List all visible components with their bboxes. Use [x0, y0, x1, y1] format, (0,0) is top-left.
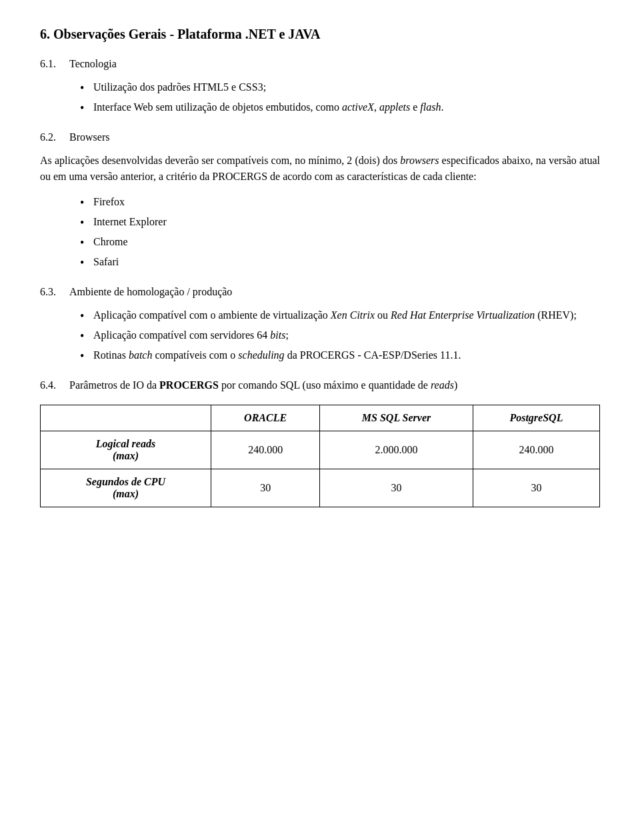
browser-firefox: Firefox	[93, 196, 125, 207]
row-logical-reads-mssql: 2.000.000	[320, 431, 473, 469]
list-item: Chrome	[80, 234, 600, 250]
row-cpu-oracle: 30	[211, 469, 320, 507]
page-content: 6. Observações Gerais - Plataforma .NET …	[40, 27, 600, 507]
section-6-2-number: 6.2.	[40, 131, 64, 143]
table-header-row: ORACLE MS SQL Server PostgreSQL	[41, 405, 600, 431]
section-6-4-title: Parâmetros de IO da PROCERGS por comando…	[69, 379, 457, 391]
list-item: Safari	[80, 254, 600, 270]
row-logical-reads-oracle: 240.000	[211, 431, 320, 469]
browser-safari: Safari	[93, 256, 119, 267]
section-6-3-title: Ambiente de homologação / produção	[69, 286, 232, 298]
list-item: Utilização dos padrões HTML5 e CSS3;	[80, 79, 600, 95]
list-item: Aplicação compatível com servidores 64 b…	[80, 327, 600, 343]
section-6-2: 6.2. Browsers As aplicações desenvolvida…	[40, 131, 600, 270]
io-table: ORACLE MS SQL Server PostgreSQL Logical …	[40, 405, 600, 507]
browsers-list: Firefox Internet Explorer Chrome Safari	[80, 194, 600, 270]
list-item-text: Aplicação compatível com o ambiente de v…	[93, 309, 577, 321]
section-6-2-title: Browsers	[69, 131, 109, 143]
section-6-2-paragraph: As aplicações desenvolvidas deverão ser …	[40, 153, 600, 185]
row-cpu-mssql: 30	[320, 469, 473, 507]
list-item-text: Rotinas batch compatíveis com o scheduli…	[93, 349, 461, 361]
browser-chrome: Chrome	[93, 236, 128, 247]
section-6-4: 6.4. Parâmetros de IO da PROCERGS por co…	[40, 379, 600, 507]
table-header-empty	[41, 405, 211, 431]
list-item: Firefox	[80, 194, 600, 210]
table-row: Logical reads(max) 240.000 2.000.000 240…	[41, 431, 600, 469]
section-6-1-title: Tecnologia	[69, 58, 117, 70]
browser-internet-explorer: Internet Explorer	[93, 216, 167, 227]
list-item: Rotinas batch compatíveis com o scheduli…	[80, 347, 600, 363]
table-row: Segundos de CPU(max) 30 30 30	[41, 469, 600, 507]
row-logical-reads-label: Logical reads(max)	[41, 431, 211, 469]
section-6-1-list: Utilização dos padrões HTML5 e CSS3; Int…	[80, 79, 600, 115]
table-header-mssql: MS SQL Server	[320, 405, 473, 431]
list-item: Aplicação compatível com o ambiente de v…	[80, 307, 600, 323]
main-heading: 6. Observações Gerais - Plataforma .NET …	[40, 27, 600, 42]
row-cpu-postgresql: 30	[473, 469, 599, 507]
list-item: Interface Web sem utilização de objetos …	[80, 99, 600, 115]
row-cpu-label: Segundos de CPU(max)	[41, 469, 211, 507]
section-6-1: 6.1. Tecnologia Utilização dos padrões H…	[40, 58, 600, 115]
list-item-text: Interface Web sem utilização de objetos …	[93, 101, 443, 113]
section-6-1-number: 6.1.	[40, 58, 64, 70]
list-item-text: Aplicação compatível com servidores 64 b…	[93, 329, 289, 341]
section-6-3: 6.3. Ambiente de homologação / produção …	[40, 286, 600, 363]
section-6-3-list: Aplicação compatível com o ambiente de v…	[80, 307, 600, 363]
section-6-3-number: 6.3.	[40, 286, 64, 298]
list-item: Internet Explorer	[80, 214, 600, 230]
row-logical-reads-postgresql: 240.000	[473, 431, 599, 469]
section-6-4-number: 6.4.	[40, 379, 64, 391]
list-item-text: Utilização dos padrões HTML5 e CSS3;	[93, 81, 266, 93]
table-header-postgresql: PostgreSQL	[473, 405, 599, 431]
table-header-oracle: ORACLE	[211, 405, 320, 431]
